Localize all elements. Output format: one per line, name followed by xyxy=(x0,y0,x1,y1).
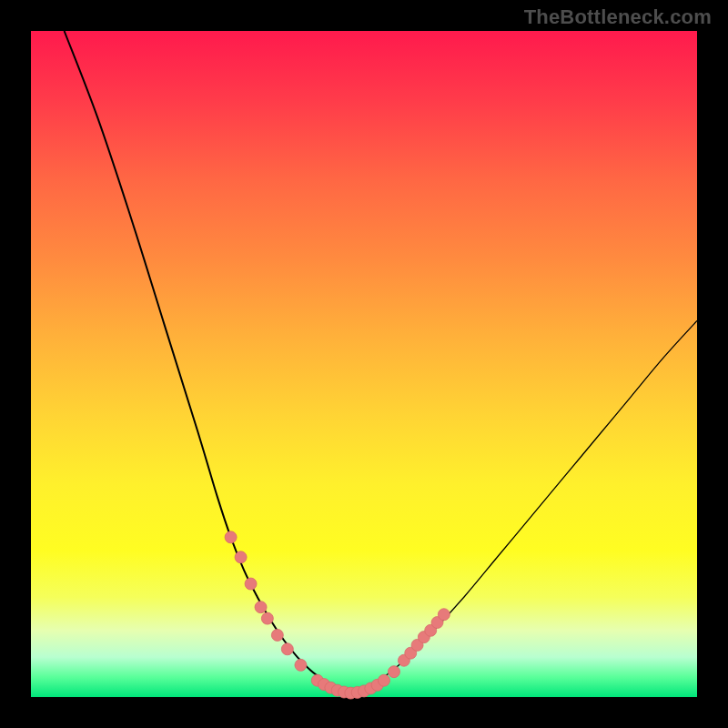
chart-dot xyxy=(225,531,237,543)
chart-dot xyxy=(271,629,283,641)
chart-plot-area xyxy=(31,31,697,697)
chart-dot xyxy=(281,643,293,655)
chart-dot xyxy=(255,602,267,613)
chart-svg xyxy=(31,31,697,697)
chart-dot xyxy=(295,659,307,671)
chart-dot xyxy=(235,551,247,563)
chart-frame: TheBottleneck.com xyxy=(0,0,728,728)
chart-dot xyxy=(438,609,450,621)
chart-dots-group xyxy=(225,531,450,699)
chart-dot xyxy=(245,578,257,590)
chart-dot xyxy=(388,666,399,678)
chart-dot xyxy=(378,674,389,686)
chart-dot xyxy=(261,612,273,624)
curve-left xyxy=(65,31,351,693)
watermark-text: TheBottleneck.com xyxy=(524,5,712,29)
curve-right xyxy=(350,320,697,693)
